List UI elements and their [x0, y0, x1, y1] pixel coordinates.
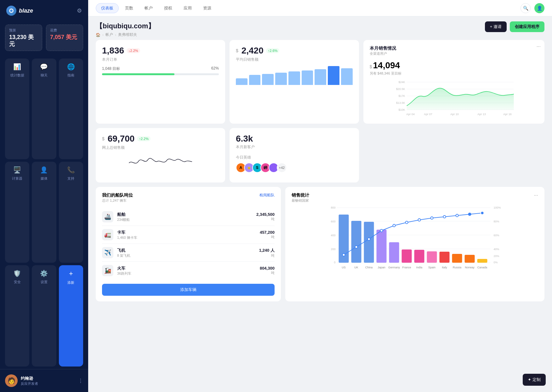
- fleet-info-truck: 卡车 1,460 辆卡车: [117, 230, 256, 240]
- fleet-name-ship: 船舶: [117, 212, 253, 217]
- user-role: 反应开发者: [21, 381, 38, 386]
- progress-label: 1,048 目标: [102, 66, 120, 71]
- dot-us: [342, 254, 345, 256]
- sidebar-item-calculator[interactable]: 🖥️ 计算器: [5, 162, 29, 262]
- stats-label: 统计数据: [10, 73, 24, 78]
- mini-bars: [236, 66, 353, 85]
- progress-section: 1,048 目标 62%: [102, 66, 219, 75]
- sidebar-item-support[interactable]: 📞 支持: [59, 162, 83, 262]
- svg-text:Norway: Norway: [465, 266, 475, 269]
- fleet-link[interactable]: 检阅船队: [259, 193, 275, 198]
- bar-5: [288, 71, 300, 85]
- total-dollar: $: [102, 136, 105, 141]
- sales-stats-title: 销售统计: [292, 193, 309, 198]
- menu-icon[interactable]: ⚙: [77, 7, 82, 14]
- svg-text:Germany: Germany: [388, 266, 400, 269]
- sidebar-item-settings[interactable]: ⚙️ 设置: [32, 265, 56, 367]
- user-avatar-btn[interactable]: 👤: [534, 3, 544, 13]
- sidebar-item-add[interactable]: + 添新: [59, 265, 83, 367]
- sales-stats-card: 销售统计 最畅销国家 ··· 800 600 400 200 0: [285, 187, 544, 301]
- bar-china: [364, 222, 374, 263]
- progress-bar: [102, 73, 219, 75]
- bar-4: [275, 73, 287, 85]
- bar-1: [236, 78, 248, 85]
- total-sales-card: $ 69,700 ↑2.2% 网上总销售额: [96, 128, 225, 182]
- svg-text:India: India: [416, 266, 423, 269]
- svg-text:$10K: $10K: [398, 108, 405, 111]
- fleet-item-ship: 🚢 船舶 234艘船 2,345,500 吨: [102, 208, 275, 226]
- breadcrumb-account: 帐户: [105, 32, 113, 37]
- avg-sales-value: 2,420: [242, 46, 264, 56]
- budget-card: 预算 13,230 美元: [5, 25, 42, 51]
- svg-text:400: 400: [331, 234, 335, 237]
- tab-dashboard[interactable]: 仪表板: [96, 3, 119, 13]
- sales-stats-title-area: 销售统计 最畅销国家: [292, 193, 309, 203]
- sales-stats-chart: 800 600 400 200 0 100% 80% 60% 40%: [292, 203, 538, 272]
- sidebar-item-chat[interactable]: 💬 聊天: [32, 59, 56, 159]
- fleet-unit-train: 吨: [260, 271, 275, 275]
- security-icon: 🛡️: [13, 270, 21, 277]
- bar-norway: [464, 255, 475, 263]
- bottom-grid: 我们的船队吨位 总计 1,247 辆车 检阅船队 🚢 船舶 234艘船 2,34…: [96, 187, 544, 301]
- monthly-sales-value: 14,094: [373, 60, 400, 70]
- dot-uk: [355, 246, 357, 248]
- total-sales-badge: ↑2.2%: [137, 136, 151, 141]
- svg-text:Apr 04: Apr 04: [406, 113, 415, 116]
- fleet-title: 我们的船队吨位: [102, 193, 133, 198]
- calculator-label: 计算器: [12, 176, 22, 181]
- create-app-button[interactable]: 创建应用程序: [510, 21, 544, 32]
- monthly-sales-card: ··· 本月销售情况 全渠道用户 $ 14,094 另有 $48,346 至目标: [363, 40, 544, 124]
- svg-text:$24K: $24K: [398, 81, 405, 84]
- tab-account[interactable]: 帐户: [139, 3, 158, 13]
- user-menu-icon[interactable]: ⋮: [78, 378, 83, 384]
- bar-spain: [427, 251, 437, 263]
- bar-8: [328, 66, 339, 85]
- svg-text:US: US: [342, 266, 346, 269]
- heroes-label: 今日英雄: [236, 155, 353, 160]
- progress-row: 1,048 目标 62%: [102, 66, 219, 71]
- sidebar-item-guide[interactable]: 🌐 指南: [59, 59, 83, 159]
- bar-russia: [452, 254, 462, 263]
- fleet-header: 我们的船队吨位 总计 1,247 辆车 检阅船队: [102, 193, 275, 203]
- expense-card: 花费 7,057 美元: [46, 25, 83, 51]
- dot-germany: [393, 224, 395, 227]
- fleet-name-train: 火车: [117, 266, 256, 271]
- customize-button[interactable]: ✦ 定制: [523, 374, 546, 386]
- sidebar-item-media[interactable]: 👤 媒体: [32, 162, 56, 262]
- support-icon: 📞: [67, 166, 75, 174]
- heroes-more: +42: [277, 163, 287, 173]
- expense-value: 7,057 美元: [50, 34, 79, 41]
- sidebar-item-stats[interactable]: 📊 统计数据: [5, 59, 29, 159]
- tab-resources[interactable]: 资源: [198, 3, 216, 13]
- svg-text:Apr 13: Apr 13: [477, 113, 486, 116]
- svg-text:60%: 60%: [493, 234, 499, 237]
- breadcrumb: 🏠 › 帐户 › 奥弗维耶夫: [96, 32, 155, 37]
- fleet-name-plane: 飞机: [117, 248, 255, 253]
- fleet-unit-ship: 吨: [256, 217, 275, 221]
- total-sales-chart: [102, 150, 219, 176]
- tab-apps[interactable]: 应用: [179, 3, 197, 13]
- fleet-subtitle: 总计 1,247 辆车: [102, 198, 133, 203]
- user-avatar: 🧑: [5, 374, 18, 387]
- invite-button[interactable]: + 邀请: [485, 21, 507, 32]
- svg-text:Russia: Russia: [453, 266, 462, 269]
- sales-stats-more[interactable]: ···: [534, 193, 538, 198]
- search-button[interactable]: 🔍: [521, 3, 531, 13]
- monthly-sales-more[interactable]: ···: [537, 44, 541, 49]
- page-title-area: 【biqubiqu.com】 🏠 › 帐户 › 奥弗维耶夫: [96, 21, 155, 37]
- bar-uk: [351, 221, 361, 263]
- fleet-card: 我们的船队吨位 总计 1,247 辆车 检阅船队 🚢 船舶 234艘船 2,34…: [96, 187, 281, 301]
- sidebar-footer: 🧑 约翰逊 反应开发者 ⋮: [0, 369, 88, 392]
- tab-auth[interactable]: 授权: [159, 3, 177, 13]
- total-sales-header: $ 69,700 ↑2.2%: [102, 134, 219, 144]
- fleet-number-ship: 2,345,500: [256, 212, 275, 217]
- page-actions: + 邀请 创建应用程序: [485, 21, 544, 32]
- svg-text:$17K: $17K: [398, 94, 405, 98]
- bar-7: [315, 69, 326, 85]
- page-header: 【biqubiqu.com】 🏠 › 帐户 › 奥弗维耶夫 + 邀请 创建应用程…: [96, 21, 544, 37]
- add-vehicle-button[interactable]: 添加车辆: [102, 284, 275, 296]
- fleet-value-truck: 457,200 吨: [260, 230, 275, 239]
- sidebar-item-security[interactable]: 🛡️ 安全: [5, 265, 29, 367]
- tab-pages[interactable]: 页数: [120, 3, 138, 13]
- sales-stats-subtitle: 最畅销国家: [292, 198, 309, 203]
